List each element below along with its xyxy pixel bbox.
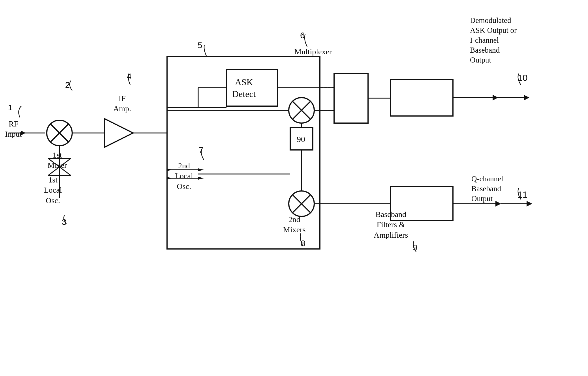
label-ref-7: 7 — [199, 144, 204, 155]
label-ref-3: 3 — [62, 216, 67, 227]
label-1st-local-osc: 1stLocalOsc. — [44, 175, 62, 206]
label-90: 90 — [297, 134, 305, 145]
label-multiplexer: Multiplexer — [294, 47, 332, 57]
label-ref-6: 6 — [300, 30, 305, 41]
label-q-channel: Q-channelBasebandOutput — [471, 174, 503, 204]
label-2nd-local-osc: 2ndLocalOsc. — [175, 161, 193, 192]
label-ref-11: 11 — [518, 189, 528, 201]
label-ask-detect: ASKDetect — [232, 76, 256, 100]
label-ref-2: 2 — [65, 79, 70, 90]
label-ref-5: 5 — [198, 40, 202, 51]
label-rf-input: RFInput — [5, 119, 22, 139]
diagram-container: 1 RFInput 2 1stMixer 4 IFAmp. 5 ASKDetec… — [0, 0, 588, 376]
label-ref-4: 4 — [127, 71, 132, 82]
label-1st-mixer: 1stMixer — [48, 150, 67, 171]
label-ref-1: 1 — [8, 102, 13, 113]
label-if-amp: IFAmp. — [113, 93, 131, 114]
label-ref-8: 8 — [301, 238, 305, 249]
label-ref-10: 10 — [518, 72, 528, 84]
label-2nd-mixers: 2ndMixers — [283, 214, 305, 235]
label-ref-9: 9 — [413, 242, 418, 253]
label-demod-output: DemodulatedASK Output orI-channelBaseban… — [470, 16, 517, 65]
label-baseband-filters: BasebandFilters &Amplifiers — [374, 209, 408, 240]
